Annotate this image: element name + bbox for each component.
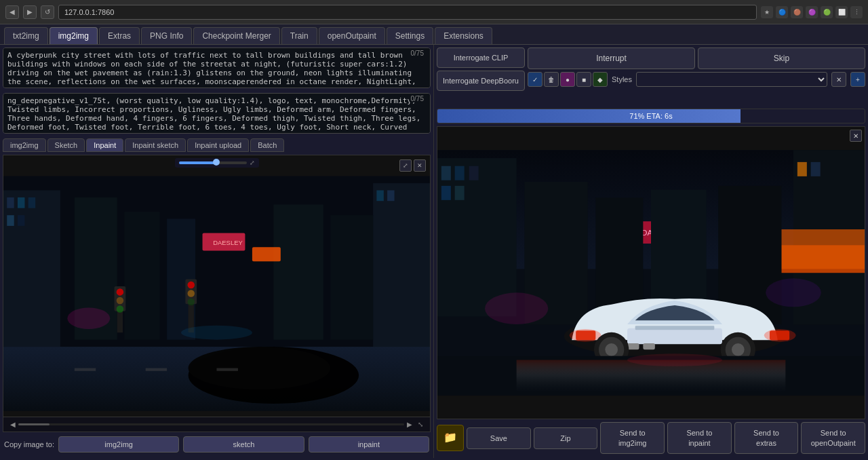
svg-point-24 [117, 305, 123, 312]
interrogate-deepbooru-button[interactable]: Interrogate DeepBooru [437, 71, 525, 91]
svg-rect-4 [28, 197, 35, 208]
close-image-button[interactable]: ✕ [414, 159, 426, 172]
sub-tab-img2img[interactable]: img2img [3, 138, 46, 152]
ext-icon-2[interactable]: 🟤 [791, 6, 803, 18]
sub-tabs: img2img Sketch Inpaint Inpaint sketch In… [3, 138, 431, 152]
output-close-button[interactable]: ✕ [850, 130, 862, 142]
styles-add-icon[interactable]: + [850, 72, 865, 87]
open-folder-button[interactable]: 📁 [437, 425, 464, 451]
svg-rect-6 [18, 215, 24, 226]
image-zoom-button[interactable]: ⤡ [415, 421, 426, 428]
skip-button[interactable]: Skip [698, 47, 865, 69]
copy-to-inpaint-button[interactable]: inpaint [309, 436, 429, 453]
tab-settings[interactable]: Settings [387, 27, 433, 44]
svg-rect-43 [441, 186, 451, 200]
svg-text:DAESLEY: DAESLEY [213, 239, 243, 246]
ext-icon-5[interactable]: ⬜ [835, 6, 848, 18]
svg-point-70 [732, 343, 745, 356]
tab-open-outpaint[interactable]: openOutpaint [319, 27, 385, 44]
send-to-img2img-button[interactable]: Send to img2img [600, 422, 665, 454]
sub-tab-inpaint[interactable]: Inpaint [86, 138, 123, 152]
style-icon-group: ✓ 🗑 ● ■ ◆ [528, 72, 608, 87]
svg-point-75 [627, 353, 722, 366]
svg-point-23 [117, 297, 123, 304]
svg-point-61 [764, 329, 796, 342]
styles-label: Styles [612, 75, 632, 83]
svg-rect-35 [146, 368, 167, 371]
svg-rect-5 [7, 215, 14, 226]
svg-rect-64 [643, 343, 655, 349]
style-square-icon[interactable]: ■ [576, 72, 591, 87]
send-to-extras-button[interactable]: Send to extras [734, 422, 799, 454]
tab-train[interactable]: Train [281, 27, 317, 44]
svg-rect-8 [376, 190, 383, 201]
style-trash-icon[interactable]: 🗑 [544, 72, 559, 87]
top-right-row: Interrogate CLIP Interrogate DeepBooru I… [437, 47, 865, 109]
brush-expand-icon[interactable]: ⤢ [250, 159, 255, 166]
copy-image-label: Copy image to: [4, 440, 54, 448]
svg-rect-62 [635, 326, 715, 330]
right-panel: Interrogate CLIP Interrogate DeepBooru I… [434, 45, 868, 458]
bookmark-icon[interactable]: ★ [761, 6, 773, 18]
styles-clear-icon[interactable]: ✕ [831, 72, 846, 87]
main-content: A cyberpunk city street with lots of tra… [0, 45, 868, 458]
reload-button[interactable]: ↺ [41, 5, 54, 19]
svg-point-29 [188, 299, 195, 305]
image-prev-button[interactable]: ◀ [7, 421, 18, 428]
action-buttons: 📁 Save Zip Send to img2img Send to inpai… [437, 419, 865, 455]
zip-button[interactable]: Zip [534, 427, 598, 449]
negative-prompt-area: ng_deepnegative_v1_75t, (worst quality, … [3, 93, 431, 136]
copy-to-img2img-button[interactable]: img2img [58, 436, 179, 453]
send-to-openoutpaint-button[interactable]: Send to openOutpaint [801, 422, 865, 454]
ext-icon-4[interactable]: 🟢 [821, 6, 833, 18]
style-circle-icon[interactable]: ● [560, 72, 575, 87]
sub-tab-batch[interactable]: Batch [250, 138, 284, 152]
output-image: DAESLEY RL [437, 127, 865, 419]
ext-icon-3[interactable]: 🟣 [806, 6, 818, 18]
forward-button[interactable]: ▶ [23, 5, 37, 19]
styles-select[interactable] [636, 72, 827, 87]
tab-txt2img[interactable]: txt2img [4, 27, 48, 44]
interrogate-clip-button[interactable]: Interrogate CLIP [437, 47, 525, 68]
output-image-area: DAESLEY RL [437, 126, 865, 419]
image-bottom-controls: ◀ ▶ ⤡ [3, 417, 430, 432]
negative-prompt-input[interactable]: ng_deepnegative_v1_75t, (worst quality, … [3, 93, 431, 134]
send-to-inpaint-button[interactable]: Send to inpaint [667, 422, 732, 454]
tab-png-info[interactable]: PNG Info [141, 27, 192, 44]
left-panel: A cyberpunk city street with lots of tra… [0, 45, 434, 458]
browser-chrome: ◀ ▶ ↺ 127.0.0.1:7860 ★ 🔵 🟤 🟣 🟢 ⬜ ⋮ [0, 0, 868, 24]
interrupt-button[interactable]: Interrupt [528, 47, 695, 69]
input-image: DAESLEY [3, 155, 430, 432]
copy-to-sketch-button[interactable]: sketch [183, 436, 304, 453]
tab-checkpoint-merger[interactable]: Checkpoint Merger [193, 27, 279, 44]
svg-rect-14 [330, 215, 373, 339]
svg-point-73 [485, 292, 548, 324]
tab-img2img[interactable]: img2img [50, 27, 98, 44]
svg-rect-63 [627, 343, 639, 349]
brush-size-slider[interactable]: ⤢ [175, 158, 259, 168]
svg-rect-44 [455, 186, 465, 200]
address-bar[interactable]: 127.0.0.1:7860 [58, 5, 757, 20]
ext-icon-1[interactable]: 🔵 [776, 6, 788, 18]
svg-point-28 [188, 290, 195, 296]
tab-extras[interactable]: Extras [99, 27, 140, 44]
image-next-button[interactable]: ▶ [404, 421, 415, 428]
svg-point-67 [605, 343, 618, 356]
tab-extensions[interactable]: Extensions [435, 27, 492, 44]
svg-point-31 [181, 326, 252, 340]
svg-point-27 [188, 282, 195, 288]
sub-tab-inpaint-sketch[interactable]: Inpaint sketch [125, 138, 186, 152]
svg-rect-17 [252, 247, 281, 261]
input-image-container[interactable]: DAESLEY [3, 155, 431, 432]
sub-tab-sketch[interactable]: Sketch [47, 138, 85, 152]
svg-rect-34 [75, 368, 96, 371]
style-diamond-icon[interactable]: ◆ [593, 72, 608, 87]
positive-prompt-input[interactable]: A cyberpunk city street with lots of tra… [3, 47, 431, 88]
back-button[interactable]: ◀ [5, 5, 19, 19]
style-check-icon[interactable]: ✓ [528, 72, 542, 87]
progress-bar-container: 71% ETA: 6s [437, 109, 865, 123]
sub-tab-inpaint-upload[interactable]: Inpaint upload [187, 138, 249, 152]
save-button[interactable]: Save [467, 427, 531, 449]
menu-icon[interactable]: ⋮ [850, 6, 863, 18]
fullscreen-button[interactable]: ⤢ [399, 159, 412, 172]
